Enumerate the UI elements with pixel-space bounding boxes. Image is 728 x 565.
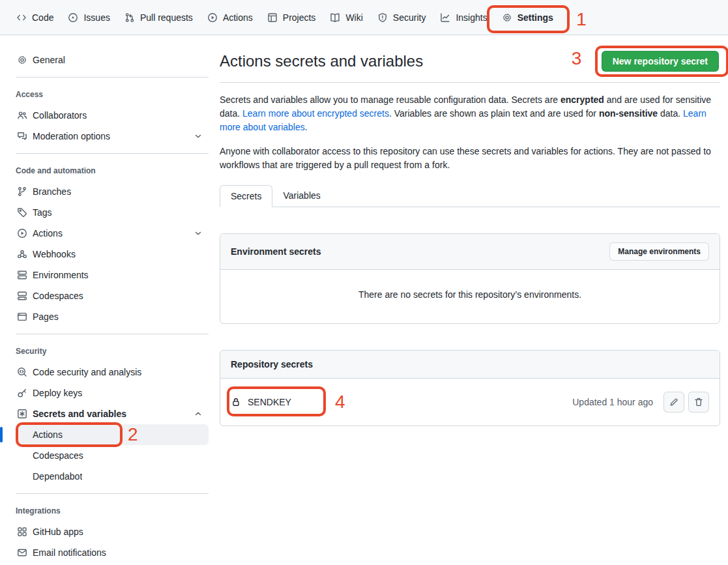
sidebar-item-label: Secrets and variables (33, 409, 126, 419)
repository-secrets-title: Repository secrets (231, 359, 313, 369)
sidebar-divider (16, 77, 209, 78)
codescan-icon (17, 367, 27, 377)
tab-issues[interactable]: Issues (61, 0, 117, 35)
sidebar-item-environments[interactable]: Environments (16, 265, 209, 285)
repository-secrets-header: Repository secrets (220, 351, 720, 379)
intro-bold-encrypted: encrypted (561, 94, 604, 105)
tab-settings[interactable]: Settings 1 (495, 0, 561, 35)
secret-updated-label: Updated 1 hour ago (572, 397, 653, 407)
link-learn-more-encrypted-secrets[interactable]: Learn more about encrypted secrets (242, 108, 389, 119)
chevron-down-icon (193, 228, 203, 239)
book-icon (330, 12, 340, 23)
tab-wiki[interactable]: Wiki (323, 0, 370, 35)
annotation-number-4: 4 (335, 393, 345, 411)
sidebar-item-deploy-keys[interactable]: Deploy keys (16, 383, 209, 403)
annotation-number-1: 1 (576, 10, 587, 29)
server-rows-icon (17, 270, 27, 280)
intro-text: data. (658, 108, 683, 119)
secret-name-group: SENDKEY (231, 397, 291, 407)
sidebar-item-actions[interactable]: Actions (16, 223, 209, 244)
sidebar-item-label: Pages (33, 311, 59, 322)
sidebar-item-email-notifications[interactable]: Email notifications (16, 542, 209, 563)
environment-secrets-empty-message: There are no secrets for this repository… (220, 270, 720, 323)
tag-icon (17, 207, 27, 218)
manage-environments-button[interactable]: Manage environments (609, 242, 709, 261)
tab-label: Actions (223, 12, 253, 23)
chevron-up-icon (193, 409, 203, 419)
key-icon (17, 388, 27, 398)
repository-secrets-box: Repository secrets SENDKEY Updated 1 hou… (220, 350, 720, 426)
gear-icon (17, 55, 27, 65)
secret-row: SENDKEY Updated 1 hour ago (220, 379, 720, 426)
sidebar-item-code-security-and-analysis[interactable]: Code security and analysis (16, 362, 209, 383)
sidebar-item-branches[interactable]: Branches (16, 181, 209, 202)
secrets-variables-tabs: Secrets Variables (220, 185, 720, 207)
tab-code[interactable]: Code (9, 0, 61, 35)
tab-projects[interactable]: Projects (260, 0, 323, 35)
tab-label: Pull requests (140, 12, 193, 23)
sidebar-item-label: Moderation options (33, 131, 110, 141)
sidebar-divider (16, 493, 209, 494)
sidebar-item-label: Environments (33, 270, 89, 280)
graph-icon (440, 12, 450, 23)
tab-pull-requests[interactable]: Pull requests (117, 0, 200, 35)
git-pull-request-icon (124, 12, 135, 23)
tab-label: Code (32, 12, 53, 23)
intro-text: . (305, 122, 308, 132)
sidebar-item-label: Codespaces (33, 291, 83, 301)
sidebar-item-label: Code security and analysis (33, 367, 141, 377)
tab-secrets[interactable]: Secrets (220, 185, 272, 207)
tab-variables[interactable]: Variables (272, 185, 330, 207)
secret-row-actions: Updated 1 hour ago (572, 392, 709, 413)
lock-icon (231, 397, 241, 407)
tab-insights[interactable]: Insights (433, 0, 494, 35)
sidebar-item-label: Actions (33, 429, 63, 440)
sidebar-item-tags[interactable]: Tags (16, 202, 209, 223)
intro-bold-non-sensitive: non-sensitive (599, 108, 658, 119)
sidebar-item-webhooks[interactable]: Webhooks (16, 244, 209, 265)
gear-icon (502, 12, 512, 23)
sidebar-section-access: Access (16, 84, 209, 105)
chevron-down-icon (193, 131, 203, 141)
environment-secrets-title: Environment secrets (231, 246, 321, 257)
sidebar-section-security: Security (16, 341, 209, 362)
sidebar-item-github-apps[interactable]: GitHub apps (16, 521, 209, 542)
main-content: Actions secrets and variables New reposi… (220, 35, 728, 426)
settings-sidebar: General Access Collaborators Moderation … (0, 35, 220, 563)
browser-icon (17, 311, 27, 322)
tab-label: Issues (83, 12, 109, 23)
sidebar-item-moderation-options[interactable]: Moderation options (16, 126, 209, 147)
webhook-icon (17, 249, 27, 259)
sidebar-item-pages[interactable]: Pages (16, 306, 209, 327)
tab-label: Security (393, 12, 426, 23)
environment-secrets-header: Environment secrets Manage environments (220, 234, 720, 270)
collaborator-access-paragraph: Anyone with collaborator access to this … (220, 145, 720, 172)
codespaces-icon (17, 291, 27, 301)
shield-icon (377, 12, 388, 23)
play-icon (17, 228, 27, 239)
play-icon (207, 12, 218, 23)
sidebar-item-secrets-and-variables[interactable]: Secrets and variables (16, 403, 209, 424)
edit-secret-button[interactable] (663, 392, 684, 413)
sidebar-item-label: Codespaces (33, 450, 83, 461)
sidebar-section-code-and-automation: Code and automation (16, 160, 209, 181)
trash-icon (693, 397, 704, 407)
sidebar-section-integrations: Integrations (16, 500, 209, 521)
sidebar-item-label: Actions (33, 228, 63, 239)
new-repository-secret-button[interactable]: New repository secret (602, 51, 719, 72)
sidebar-item-label: Webhooks (33, 249, 76, 259)
sidebar-item-secrets-actions[interactable]: Actions 2 (16, 424, 209, 445)
annotation-box-2 (16, 422, 123, 447)
tab-security[interactable]: Security (370, 0, 433, 35)
intro-paragraph: Secrets and variables allow you to manag… (220, 93, 720, 134)
pencil-icon (669, 397, 679, 407)
sidebar-item-general[interactable]: General (16, 50, 209, 70)
tab-actions[interactable]: Actions (200, 0, 260, 35)
sidebar-item-secrets-codespaces[interactable]: Codespaces (16, 445, 209, 466)
delete-secret-button[interactable] (688, 392, 709, 413)
sidebar-item-collaborators[interactable]: Collaborators (16, 105, 209, 126)
repo-tab-bar: Code Issues Pull requests Actions Projec… (0, 0, 728, 35)
sidebar-item-codespaces[interactable]: Codespaces (16, 285, 209, 306)
environment-secrets-box: Environment secrets Manage environments … (220, 233, 720, 324)
sidebar-item-secrets-dependabot[interactable]: Dependabot (16, 466, 209, 487)
